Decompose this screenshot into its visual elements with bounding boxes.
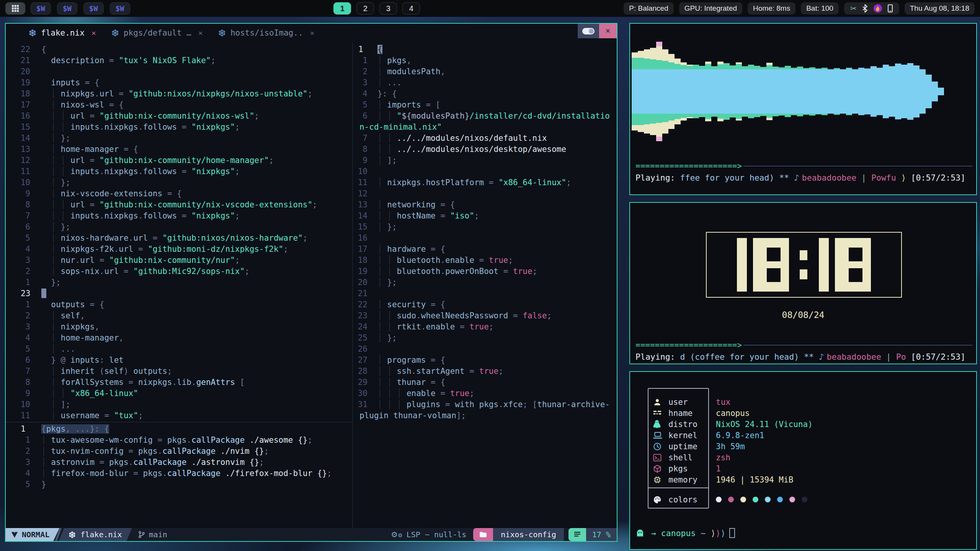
memory-icon — [653, 475, 663, 484]
line-text: n-cd-minimal.nix" — [359, 122, 442, 132]
branch-label: main — [149, 530, 167, 539]
fire-icon[interactable] — [874, 4, 882, 13]
code-line: 21 — [353, 288, 617, 299]
tag-3[interactable]: 3 — [379, 2, 397, 15]
branch-segment[interactable]: main — [138, 530, 167, 539]
tag-1[interactable]: 1 — [333, 2, 351, 15]
tab-pkgs-default-[interactable]: pkgs/default …× — [111, 28, 203, 37]
code-line: 22│ security = { — [353, 299, 617, 310]
visualizer-bar — [730, 65, 736, 117]
visualizer-bar — [846, 68, 852, 115]
visualizer-window: =====================> Playing: ffee for… — [629, 23, 977, 195]
line-number: 22 — [6, 45, 30, 54]
visualizer-bar — [742, 66, 748, 117]
line-text: │ │ │ enable = true; — [377, 389, 474, 398]
tab-flake-nix[interactable]: flake.nix× — [29, 28, 96, 37]
code-pane-iso-image[interactable]: 1{1│ pkgs,2│ modulesPath,3│ ...4}: {5│ i… — [353, 44, 617, 421]
line-number: 5 — [6, 233, 30, 243]
horizontal-split-divider[interactable] — [6, 422, 352, 422]
scissors-icon[interactable]: ✂ — [850, 4, 857, 13]
visualizer-bar — [889, 66, 895, 117]
line-text: │ inherit (self) outputs; — [41, 367, 172, 376]
bluetooth-icon[interactable] — [862, 4, 868, 13]
launcher-button[interactable] — [5, 2, 25, 15]
tab-close-icon[interactable]: × — [310, 28, 315, 37]
clock-window: 08/08/24 =====================> Playing:… — [629, 202, 977, 364]
line-number: 6 — [6, 355, 30, 365]
line-number: 11 — [6, 411, 30, 420]
tag-4[interactable]: 4 — [402, 2, 420, 15]
code-line: 4│ firefox-mod-blur = pkgs.callPackage .… — [6, 468, 351, 479]
line-text: │ │ bluetooth.powerOnBoot = true; — [377, 267, 537, 276]
code-line: 31│ │ │ plugins = with pkgs.xfce; [thuna… — [353, 399, 617, 410]
code-line: 5 │ nixos-hardware.url = "github:nixos/n… — [6, 232, 351, 243]
line-text: │ home-manager = { — [41, 145, 138, 154]
visualizer-bar — [834, 68, 840, 115]
line-text: │ │ bluetooth.enable = true; — [377, 256, 513, 265]
line-text: plugin thunar-volman]; — [359, 411, 466, 420]
file-segment[interactable]: flake.nix — [59, 528, 132, 541]
code-line: 6│ │ "${modulesPath}/installer/cd-dvd/in… — [353, 110, 617, 121]
code-pane-flake[interactable]: 22{21 description = "tux's NixOS Flake";… — [6, 44, 351, 421]
fetch-row-pkgs: pkgs — [630, 463, 688, 474]
line-number: 1 — [6, 300, 30, 309]
status-chip-4[interactable]: Bat: 100 — [801, 2, 839, 15]
status-chip-1[interactable]: P: Balanced — [624, 2, 673, 15]
visualizer-bar — [907, 63, 913, 120]
line-number: 18 — [6, 89, 30, 98]
system-tray[interactable]: ✂ — [844, 2, 899, 15]
visualizer-bar — [938, 88, 944, 95]
visualizer-bar — [766, 63, 773, 120]
line-number: 27 — [353, 355, 368, 365]
folder-icon — [479, 531, 487, 538]
workspace-chip-2[interactable]: $W — [57, 2, 77, 15]
code-line: 13│ networking = { — [353, 199, 617, 210]
status-chip-3[interactable]: Home: 8ms — [748, 2, 795, 15]
code-line: 18 │ nixpkgs.url = "github:nixos/nixpkgs… — [6, 88, 351, 99]
fetch-row-memory: memory — [630, 474, 697, 485]
fetch-label: hname — [668, 409, 693, 418]
pkgs-icon — [653, 464, 663, 473]
code-line: 10 — [353, 166, 617, 177]
code-line: 9│ ]; — [353, 155, 617, 166]
line-text: │ nixos-hardware.url = "github:nixos/nix… — [41, 233, 307, 243]
line-text: │ sops-nix.url = "github:Mic92/sops-nix"… — [41, 267, 250, 276]
workspace-chip-1[interactable]: $W — [31, 2, 51, 15]
line-text — [41, 289, 46, 298]
tab-close-icon[interactable]: × — [91, 28, 96, 37]
line-text: │ │ thunar = { — [377, 378, 445, 387]
fetch-value-shell: zsh — [716, 452, 730, 463]
terminal-cursor — [729, 528, 735, 538]
toggle-button[interactable] — [578, 24, 599, 38]
workspace-chip-4[interactable]: $W — [110, 2, 130, 15]
terminal-colors-dots — [716, 494, 807, 505]
cwd-chip[interactable] — [473, 528, 493, 541]
tab-bar: flake.nix×pkgs/default …×hosts/isoImag..… — [6, 24, 617, 42]
fetch-row-kernel: kernel — [630, 430, 697, 441]
line-text: description = "tux's NixOS Flake"; — [41, 56, 216, 65]
tab-hosts-isoimag-[interactable]: hosts/isoImag..× — [218, 28, 315, 37]
line-number: 29 — [353, 378, 368, 387]
line-text: │ tux-awesome-wm-config = pkgs.callPacka… — [41, 435, 312, 445]
close-button[interactable]: × — [599, 24, 617, 38]
code-pane-pkgs-default[interactable]: 1{pkgs, ...}: {1│ tux-awesome-wm-config … — [6, 423, 351, 490]
separator-arrow: =====================> — [635, 161, 742, 171]
now-playing-line: Playing: ffee for your head) ** ♪ beabad… — [635, 173, 965, 183]
clock-chip[interactable]: Thu Aug 08, 18:18 — [905, 2, 975, 15]
tab-close-icon[interactable]: × — [198, 28, 203, 37]
visualizer-bar — [632, 52, 638, 130]
cwd-segment[interactable]: nixos-config — [493, 528, 564, 541]
status-chip-2[interactable]: GPU: Integrated — [679, 2, 742, 15]
tag-2[interactable]: 2 — [356, 2, 374, 15]
shell-prompt[interactable]: → canopus ~ ⟩⟩⟩ — [635, 528, 735, 538]
workspace-chip-3[interactable]: $W — [83, 2, 104, 15]
code-line: 30│ │ │ enable = true; — [353, 388, 617, 399]
line-number: 14 — [6, 134, 30, 143]
line-number: 14 — [353, 211, 368, 220]
phone-icon[interactable] — [887, 4, 893, 13]
visualizer-bar — [711, 66, 717, 117]
code-line: 26 — [353, 343, 617, 354]
visualizer-bar — [785, 66, 791, 117]
visualizer-separator: =====================> — [635, 161, 972, 171]
code-line: 1{ — [353, 44, 617, 55]
